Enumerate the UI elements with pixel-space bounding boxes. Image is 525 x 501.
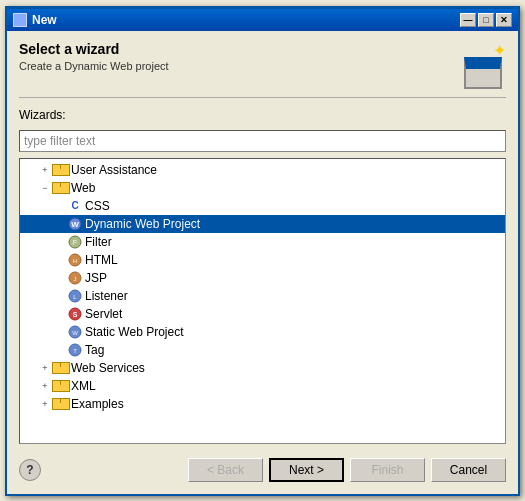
svg-text:W: W — [72, 330, 78, 336]
dialog-content: Select a wizard Create a Dynamic Web pro… — [7, 31, 518, 494]
tree-item[interactable]: + User Assistance — [20, 161, 505, 179]
expand-icon: + — [38, 361, 52, 375]
expand-icon: + — [38, 379, 52, 393]
tree-item[interactable]: H HTML — [20, 251, 505, 269]
svg-text:T: T — [73, 348, 77, 354]
minimize-button[interactable]: — — [460, 13, 476, 27]
next-button[interactable]: Next > — [269, 458, 344, 482]
item-label: Web — [71, 181, 95, 195]
item-label: Servlet — [85, 307, 122, 321]
close-button[interactable]: ✕ — [496, 13, 512, 27]
tree-item[interactable]: L Listener — [20, 287, 505, 305]
item-label: Tag — [85, 343, 104, 357]
maximize-button[interactable]: □ — [478, 13, 494, 27]
item-label: User Assistance — [71, 163, 157, 177]
item-label: JSP — [85, 271, 107, 285]
svg-text:S: S — [73, 311, 78, 318]
svg-text:H: H — [73, 258, 77, 264]
tree-item[interactable]: + Web Services — [20, 359, 505, 377]
tree-item[interactable]: T Tag — [20, 341, 505, 359]
servlet-icon: S — [68, 307, 82, 321]
tag-icon: T — [68, 343, 82, 357]
bottom-buttons: ? < Back Next > Finish Cancel — [19, 450, 506, 484]
filter-icon: F — [68, 235, 82, 249]
header-section: Select a wizard Create a Dynamic Web pro… — [19, 41, 506, 98]
item-label: Web Services — [71, 361, 145, 375]
expand-icon — [54, 325, 68, 339]
expand-icon — [54, 307, 68, 321]
folder-icon — [52, 362, 68, 374]
svg-text:F: F — [73, 239, 77, 246]
svg-text:W: W — [71, 220, 79, 229]
tree-item[interactable]: J JSP — [20, 269, 505, 287]
window-title: New — [32, 13, 57, 27]
expand-icon — [54, 289, 68, 303]
item-label: Examples — [71, 397, 124, 411]
tree-item[interactable]: + Examples — [20, 395, 505, 413]
help-button[interactable]: ? — [19, 459, 41, 481]
item-label: Filter — [85, 235, 112, 249]
back-button[interactable]: < Back — [188, 458, 263, 482]
new-icon — [13, 13, 27, 27]
title-bar-buttons: — □ ✕ — [460, 13, 512, 27]
expand-icon: − — [38, 181, 52, 195]
dialog-subtitle: Create a Dynamic Web project — [19, 60, 169, 72]
folder-icon — [52, 164, 68, 176]
listener-icon: L — [68, 289, 82, 303]
expand-icon — [54, 235, 68, 249]
item-label: HTML — [85, 253, 118, 267]
tree-item[interactable]: W Static Web Project — [20, 323, 505, 341]
wizards-label: Wizards: — [19, 108, 506, 122]
tree-item-selected[interactable]: W Dynamic Web Project — [20, 215, 505, 233]
tree-item[interactable]: C CSS — [20, 197, 505, 215]
header-text: Select a wizard Create a Dynamic Web pro… — [19, 41, 169, 72]
item-label: Listener — [85, 289, 128, 303]
item-label: CSS — [85, 199, 110, 213]
html-icon: H — [68, 253, 82, 267]
expand-icon: + — [38, 397, 52, 411]
dynamic-web-icon: W — [68, 217, 82, 231]
tree-item[interactable]: F Filter — [20, 233, 505, 251]
static-web-icon: W — [68, 325, 82, 339]
tree-list[interactable]: + User Assistance − Web C CSS — [20, 159, 505, 443]
tree-item[interactable]: + XML — [20, 377, 505, 395]
folder-icon — [52, 398, 68, 410]
title-bar: New — □ ✕ — [7, 9, 518, 31]
expand-icon: + — [38, 163, 52, 177]
window-icon — [464, 57, 502, 89]
css-icon: C — [68, 199, 82, 213]
tree-container: + User Assistance − Web C CSS — [19, 158, 506, 444]
wizard-icon: ✦ — [458, 41, 506, 89]
dialog-window: New — □ ✕ Select a wizard Create a Dynam… — [5, 6, 520, 496]
cancel-button[interactable]: Cancel — [431, 458, 506, 482]
tree-item[interactable]: − Web — [20, 179, 505, 197]
dialog-title: Select a wizard — [19, 41, 169, 57]
expand-icon — [54, 253, 68, 267]
expand-icon — [54, 199, 68, 213]
folder-icon — [52, 182, 68, 194]
item-label: XML — [71, 379, 96, 393]
item-label: Dynamic Web Project — [85, 217, 200, 231]
title-bar-left: New — [13, 13, 57, 27]
filter-input[interactable] — [19, 130, 506, 152]
expand-icon — [54, 217, 68, 231]
folder-icon — [52, 380, 68, 392]
finish-button[interactable]: Finish — [350, 458, 425, 482]
btn-group: < Back Next > Finish Cancel — [188, 458, 506, 482]
tree-item[interactable]: S Servlet — [20, 305, 505, 323]
expand-icon — [54, 343, 68, 357]
svg-text:J: J — [74, 276, 77, 282]
jsp-icon: J — [68, 271, 82, 285]
expand-icon — [54, 271, 68, 285]
item-label: Static Web Project — [85, 325, 183, 339]
